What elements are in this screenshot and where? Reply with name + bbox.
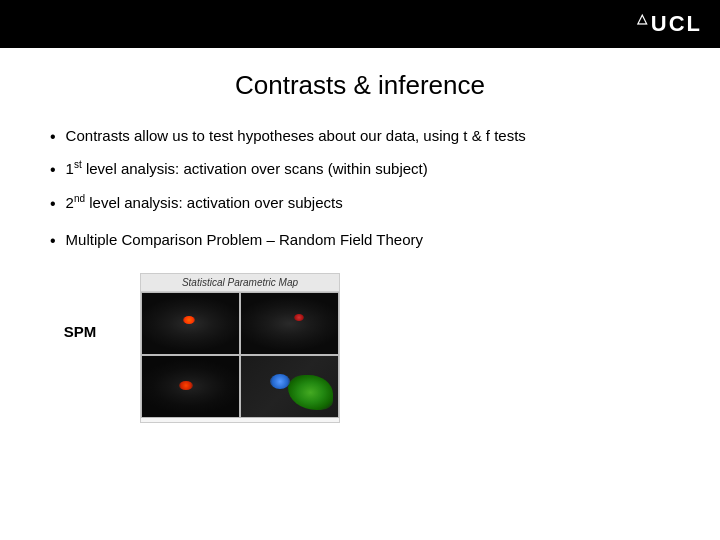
bullet-item-1: • Contrasts allow us to test hypotheses …	[50, 125, 670, 148]
bullet-marker-2: •	[50, 159, 56, 181]
bullet-item-2: • 1st level analysis: activation over sc…	[50, 158, 670, 181]
brain-scan-1	[141, 292, 240, 355]
bullet-text-3: 2nd level analysis: activation over subj…	[66, 192, 670, 213]
bullet-3-num: 2	[66, 194, 74, 211]
spm-image-grid	[141, 292, 339, 418]
spm-section: SPM Statistical Parametric Map	[50, 273, 670, 423]
bullet-text-1: Contrasts allow us to test hypotheses ab…	[66, 125, 670, 146]
ucl-text: UCL	[651, 11, 702, 36]
bullet-list: • Contrasts allow us to test hypotheses …	[50, 125, 670, 253]
slide-content: Contrasts & inference • Contrasts allow …	[0, 48, 720, 540]
bullet-text-4: Multiple Comparison Problem – Random Fie…	[66, 229, 670, 250]
bullet-2-rest: level analysis: activation over scans (w…	[82, 160, 428, 177]
bullet-2-num: 1	[66, 160, 74, 177]
bullet-3-sup: nd	[74, 193, 85, 204]
slide-title: Contrasts & inference	[50, 70, 670, 101]
bullet-3-rest: level analysis: activation over subjects	[85, 194, 343, 211]
bullet-text-2: 1st level analysis: activation over scan…	[66, 158, 670, 179]
slide: △UCL Contrasts & inference • Contrasts a…	[0, 0, 720, 540]
bullet-item-3: • 2nd level analysis: activation over su…	[50, 192, 670, 215]
spm-label: SPM	[50, 323, 110, 340]
ucl-logo: △UCL	[637, 11, 702, 37]
brain-scan-2	[240, 292, 339, 355]
bullet-item-4: • Multiple Comparison Problem – Random F…	[50, 229, 670, 252]
brain-scan-4	[240, 355, 339, 418]
bullet-2-sup: st	[74, 159, 82, 170]
bullet-marker-1: •	[50, 126, 56, 148]
ucl-triangle-icon: △	[637, 11, 649, 26]
bullet-marker-4: •	[50, 230, 56, 252]
spm-image-container: Statistical Parametric Map	[140, 273, 340, 423]
brain-scan-3	[141, 355, 240, 418]
bullet-marker-3: •	[50, 193, 56, 215]
top-bar: △UCL	[0, 0, 720, 48]
spm-image-title: Statistical Parametric Map	[141, 274, 339, 292]
